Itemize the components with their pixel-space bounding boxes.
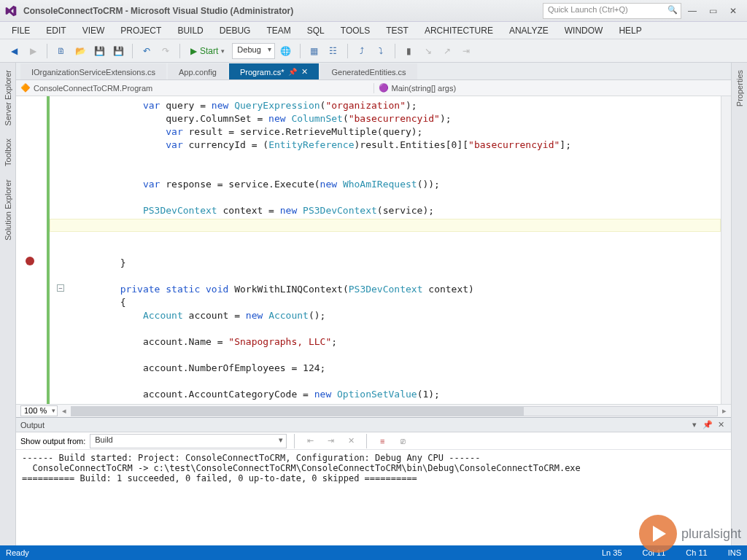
menu-file[interactable]: FILE <box>4 23 37 38</box>
rail-toolbox[interactable]: Toolbox <box>2 136 14 169</box>
document-tab-strip: IOrganizationServiceExtensions.cs App.co… <box>16 63 731 80</box>
play-icon: ▶ <box>190 46 197 56</box>
quick-launch-input[interactable]: Quick Launch (Ctrl+Q) 🔍 <box>543 3 681 19</box>
code-editor[interactable]: − var query = new QueryExpression("organ… <box>16 96 731 404</box>
tab-appconfig[interactable]: App.config <box>168 63 228 79</box>
main-toolbar: ◀ ▶ 🗎 📂 💾 💾 ↶ ↷ ▶ Start ▾ Debug 🌐 ▦ ☷ ⤴ … <box>0 39 747 63</box>
nav-forward-button[interactable]: ▶ <box>25 43 41 59</box>
toolbar-icon-6[interactable]: ↘ <box>420 43 436 59</box>
output-text[interactable]: ------ Build started: Project: ConsoleCo… <box>16 450 731 545</box>
status-ready: Ready <box>6 548 29 557</box>
show-output-from-dropdown[interactable]: Build <box>90 434 287 448</box>
class-icon: 🔶 <box>20 83 31 93</box>
horizontal-scrollbar[interactable] <box>71 406 718 416</box>
member-nav-dropdown[interactable]: 🟣 Main(string[] args) <box>374 83 732 93</box>
rail-server-explorer[interactable]: Server Explorer <box>2 67 14 128</box>
output-panel: Output ▾ 📌 ✕ Show output from: Build ⇤ ⇥… <box>16 417 731 545</box>
save-all-button[interactable]: 💾 <box>110 43 126 59</box>
minimize-button[interactable]: — <box>683 3 702 19</box>
title-bar: ConsoleConnectToCRM - Microsoft Visual S… <box>0 0 747 22</box>
type-nav-dropdown[interactable]: 🔶 ConsoleConnectToCRM.Program <box>16 83 374 93</box>
status-bar: Ready Ln 35 Col 11 Ch 11 INS <box>0 545 747 560</box>
out-btn-2[interactable]: ⇥ <box>322 433 338 449</box>
vertical-scrollbar[interactable] <box>721 96 731 404</box>
menu-debug[interactable]: DEBUG <box>212 23 258 38</box>
out-btn-1[interactable]: ⇤ <box>302 433 318 449</box>
menu-view[interactable]: VIEW <box>75 23 112 38</box>
output-pin-icon[interactable]: 📌 <box>702 420 713 430</box>
close-button[interactable]: ✕ <box>724 3 743 19</box>
search-icon: 🔍 <box>667 5 678 15</box>
nav-back-button[interactable]: ◀ <box>6 43 22 59</box>
start-label: Start <box>200 46 218 56</box>
zoom-dropdown[interactable]: 100 % <box>20 405 58 416</box>
toolbar-icon-8[interactable]: ⇥ <box>458 43 474 59</box>
maximize-button[interactable]: ▭ <box>703 3 722 19</box>
tab-generated[interactable]: GeneratedEntities.cs <box>320 63 417 79</box>
toolbar-icon-5[interactable]: ▮ <box>401 43 417 59</box>
show-output-from-label: Show output from: <box>20 437 85 446</box>
output-title: Output <box>20 421 44 429</box>
current-line-highlight <box>50 219 721 232</box>
menu-team[interactable]: TEAM <box>259 23 298 38</box>
editor-gutter <box>16 96 45 404</box>
new-project-button[interactable]: 🗎 <box>53 43 69 59</box>
scroll-right-icon[interactable]: ▸ <box>722 406 727 416</box>
menu-analyze[interactable]: ANALYZE <box>502 23 556 38</box>
right-tool-rail: Properties <box>731 63 747 545</box>
rail-properties[interactable]: Properties <box>734 67 746 109</box>
out-btn-clear[interactable]: ⎚ <box>395 433 411 449</box>
menu-project[interactable]: PROJECT <box>113 23 169 38</box>
menu-sql[interactable]: SQL <box>300 23 332 38</box>
menu-test[interactable]: TEST <box>379 23 416 38</box>
redo-button[interactable]: ↷ <box>158 43 174 59</box>
close-tab-icon[interactable]: ✕ <box>301 67 308 77</box>
tab-iorganization[interactable]: IOrganizationServiceExtensions.cs <box>20 63 166 79</box>
left-tool-rail: Server Explorer Toolbox Solution Explore… <box>0 63 16 545</box>
rail-solution-explorer[interactable]: Solution Explorer <box>2 176 14 244</box>
menu-build[interactable]: BUILD <box>170 23 210 38</box>
change-marker <box>47 96 50 404</box>
tab-program[interactable]: Program.cs* 📌 ✕ <box>229 63 320 79</box>
start-debug-button[interactable]: ▶ Start ▾ <box>186 44 229 58</box>
menu-help[interactable]: HELP <box>611 23 649 38</box>
status-col: Col 11 <box>643 548 666 557</box>
pin-icon[interactable]: 📌 <box>288 68 297 76</box>
toolbar-icon-1[interactable]: ▦ <box>306 43 322 59</box>
scroll-left-icon[interactable]: ◂ <box>62 406 66 416</box>
menu-architecture[interactable]: ARCHITECTURE <box>417 23 500 38</box>
vs-logo-icon <box>4 4 18 18</box>
menu-edit[interactable]: EDIT <box>39 23 73 38</box>
code-content: var query = new QueryExpression("organiz… <box>45 96 731 404</box>
toolbar-icon-4[interactable]: ⤵ <box>373 43 389 59</box>
toolbar-icon-2[interactable]: ☷ <box>325 43 341 59</box>
code-nav-bar: 🔶 ConsoleConnectToCRM.Program 🟣 Main(str… <box>16 80 731 96</box>
status-ch: Ch 11 <box>686 548 707 557</box>
browser-select-button[interactable]: 🌐 <box>278 43 294 59</box>
toolbar-icon-7[interactable]: ↗ <box>439 43 455 59</box>
method-icon: 🟣 <box>379 83 389 93</box>
undo-button[interactable]: ↶ <box>139 43 155 59</box>
output-dropdown-icon[interactable]: ▾ <box>689 420 700 430</box>
toolbar-icon-3[interactable]: ⤴ <box>354 43 370 59</box>
fold-toggle[interactable]: − <box>57 284 64 292</box>
editor-footer: 100 % ◂ ▸ <box>16 404 731 417</box>
menu-bar: FILE EDIT VIEW PROJECT BUILD DEBUG TEAM … <box>0 22 747 39</box>
breakpoint-icon[interactable] <box>26 257 34 265</box>
output-close-icon[interactable]: ✕ <box>715 420 727 430</box>
window-title: ConsoleConnectToCRM - Microsoft Visual S… <box>23 6 293 16</box>
out-btn-3[interactable]: ✕ <box>343 433 359 449</box>
out-btn-wrap[interactable]: ≡ <box>374 433 390 449</box>
status-ins: INS <box>728 548 741 557</box>
save-button[interactable]: 💾 <box>91 43 107 59</box>
open-file-button[interactable]: 📂 <box>72 43 88 59</box>
menu-window[interactable]: WINDOW <box>557 23 611 38</box>
quick-launch-placeholder: Quick Launch (Ctrl+Q) <box>548 5 628 14</box>
status-line: Ln 35 <box>602 548 622 557</box>
config-dropdown[interactable]: Debug <box>232 43 274 59</box>
menu-tools[interactable]: TOOLS <box>333 23 377 38</box>
